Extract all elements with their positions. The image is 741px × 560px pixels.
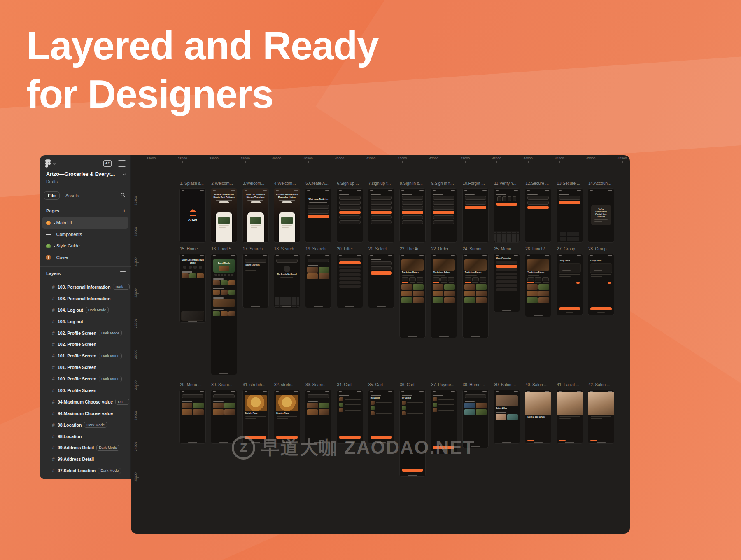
- frame-label[interactable]: 17. Search: [243, 247, 268, 252]
- canvas-frame[interactable]: [368, 189, 394, 242]
- frame-label[interactable]: 30. Searc...: [211, 383, 237, 388]
- layer-item[interactable]: #100. Profile Screen: [40, 385, 131, 396]
- frame-label[interactable]: 11.Verify Y...: [494, 181, 520, 187]
- frame-label[interactable]: 32. stretc...: [274, 383, 300, 388]
- canvas-frame[interactable]: [525, 189, 551, 242]
- canvas-frame[interactable]: [494, 189, 520, 242]
- frame-label[interactable]: 21. Select ...: [368, 247, 394, 252]
- frame-label[interactable]: 41. Facial ...: [557, 383, 583, 388]
- layer-item[interactable]: #98.Location: [40, 431, 131, 442]
- add-page-icon[interactable]: +: [123, 208, 126, 214]
- search-icon[interactable]: [120, 192, 126, 198]
- frame-label[interactable]: 6.Sign up ...: [337, 181, 363, 187]
- horizontal-ruler[interactable]: [131, 163, 630, 163]
- tab-file[interactable]: File: [44, 191, 60, 200]
- frame-label[interactable]: 24. Summ...: [463, 247, 488, 252]
- frame-label[interactable]: 2.Welcom...: [211, 181, 237, 187]
- frame-label[interactable]: 19. Search...: [305, 247, 331, 252]
- canvas-frame[interactable]: Group Order: [557, 254, 583, 315]
- layer-item[interactable]: #94.Maximum Choose valueDar...: [40, 396, 131, 408]
- canvas-frame[interactable]: Menu Categories: [494, 254, 520, 312]
- layer-item[interactable]: #99.Address Detail: [40, 453, 131, 465]
- canvas-frame[interactable]: [368, 254, 394, 308]
- canvas-frame[interactable]: Group Order: [588, 254, 614, 315]
- canvas-frame[interactable]: [400, 189, 425, 242]
- page-item[interactable]: - Style Guide: [42, 240, 128, 252]
- canvas-frame[interactable]: Daily Essentials Hub Store: [180, 254, 205, 322]
- frame-label[interactable]: 15. Home ...: [180, 247, 205, 252]
- frame-label[interactable]: 20. Filter: [337, 247, 363, 252]
- canvas-frame[interactable]: You're Successfully Created Your Account: [588, 189, 614, 242]
- page-item[interactable]: - Cover: [42, 252, 128, 263]
- canvas-frame[interactable]: [588, 390, 614, 443]
- layer-item[interactable]: #101. Profile Screen: [40, 362, 131, 373]
- layer-item[interactable]: #102. Profile Screen: [40, 338, 131, 350]
- frame-label[interactable]: 28. Group ...: [588, 247, 614, 252]
- frame-label[interactable]: 22. Order ...: [431, 247, 457, 252]
- canvas-frame[interactable]: The Foodie Not Found: [274, 254, 300, 308]
- canvas-frame[interactable]: Salon & Spa Service: [525, 390, 551, 443]
- canvas-frame[interactable]: Salon & Spa: [494, 390, 520, 443]
- layer-item[interactable]: #102. Profile ScreenDark Mode: [40, 327, 131, 339]
- frame-label[interactable]: 34. Cart: [337, 383, 363, 388]
- canvas-frame[interactable]: [337, 254, 363, 308]
- frame-label[interactable]: 5.Create A...: [305, 181, 331, 187]
- frame-label[interactable]: 3.Welcom...: [243, 181, 268, 187]
- frame-label[interactable]: 22. The Ar...: [400, 247, 425, 252]
- canvas-frame[interactable]: The Artisan Bakers: [431, 254, 457, 338]
- canvas-frame[interactable]: The Artisan Bakers: [525, 254, 551, 317]
- layer-item[interactable]: #103. Personal InformationDark ...: [40, 281, 131, 293]
- file-title-chevron-icon[interactable]: [123, 173, 126, 175]
- canvas-frame[interactable]: The Artisan Bakers: [400, 254, 425, 338]
- canvas-frame[interactable]: [337, 189, 363, 242]
- layer-item[interactable]: #100. Profile ScreenDark Mode: [40, 373, 131, 385]
- frame-label[interactable]: 9.Sign in fi...: [431, 181, 457, 187]
- frame-label[interactable]: 13.Secure ...: [557, 181, 583, 187]
- frame-label[interactable]: 27. Group ...: [557, 247, 583, 252]
- frame-label[interactable]: 25. Menu ...: [494, 247, 520, 252]
- layer-item[interactable]: #103. Personal Information: [40, 293, 131, 304]
- layers-options-icon[interactable]: [120, 271, 126, 276]
- frame-label[interactable]: 31. stretch...: [243, 383, 268, 388]
- layer-item[interactable]: #104. Log outDark Mode: [40, 304, 131, 316]
- frame-label[interactable]: 12.Secure ...: [525, 181, 551, 187]
- layer-item[interactable]: #99.Address DetailDark Mode: [40, 442, 131, 453]
- frame-label[interactable]: 26. Lunch/...: [525, 247, 551, 252]
- canvas-frame[interactable]: [557, 390, 583, 443]
- frame-label[interactable]: 40. Salon ...: [525, 383, 551, 388]
- canvas-frame[interactable]: Where Great Food Meets Fast Delivery: [211, 189, 237, 242]
- frame-label[interactable]: 29. Menu ...: [180, 383, 205, 388]
- file-location[interactable]: Drafts: [46, 179, 58, 184]
- chevron-down-icon[interactable]: [53, 163, 56, 165]
- vertical-ruler[interactable]: [139, 155, 139, 534]
- frame-label[interactable]: 7.sign up f...: [368, 181, 394, 187]
- canvas-frame[interactable]: Recent Searches: [243, 254, 268, 308]
- canvas-frame[interactable]: Welcome To Artzo: [305, 189, 331, 242]
- missing-fonts-icon[interactable]: A?: [103, 160, 112, 167]
- frame-label[interactable]: 35. Cart: [368, 383, 394, 388]
- frame-label[interactable]: 39. Salon ...: [494, 383, 520, 388]
- layer-item[interactable]: #97.Select LocationDark Mode: [40, 465, 131, 476]
- frame-label[interactable]: 16. Food S...: [211, 247, 237, 252]
- canvas[interactable]: 3800038500390003950040000405004100041500…: [131, 155, 630, 534]
- canvas-frame[interactable]: My Basket: [400, 390, 425, 476]
- toggle-sidebar-icon[interactable]: [118, 160, 126, 167]
- layer-item[interactable]: #98.LocationDark Mode: [40, 419, 131, 431]
- canvas-frame[interactable]: [463, 189, 488, 242]
- layer-item[interactable]: #101. Profile ScreenDark Mode: [40, 350, 131, 362]
- layer-item[interactable]: #94.Maximum Choose value: [40, 408, 131, 419]
- frame-label[interactable]: 38. Home ...: [463, 383, 488, 388]
- canvas-frame[interactable]: Artzo: [180, 189, 205, 242]
- frame-label[interactable]: 10.Forgot ...: [463, 181, 488, 187]
- canvas-frame[interactable]: [305, 254, 331, 308]
- tab-assets[interactable]: Assets: [61, 191, 83, 200]
- layer-item[interactable]: #104. Log out: [40, 316, 131, 327]
- file-title[interactable]: Artzo—Groceries & Everyt...: [46, 171, 119, 177]
- canvas-frame[interactable]: [557, 189, 583, 242]
- canvas-frame[interactable]: The Artisan Bakers: [463, 254, 488, 338]
- canvas-frame[interactable]: [180, 390, 205, 443]
- canvas-frame[interactable]: Trusted Services For Everyday Living: [274, 189, 300, 242]
- frame-label[interactable]: 36. Cart: [400, 383, 425, 388]
- canvas-frame[interactable]: Built On Trust For Money Transfers: [243, 189, 268, 242]
- frame-label[interactable]: 4.Welcom...: [274, 181, 300, 187]
